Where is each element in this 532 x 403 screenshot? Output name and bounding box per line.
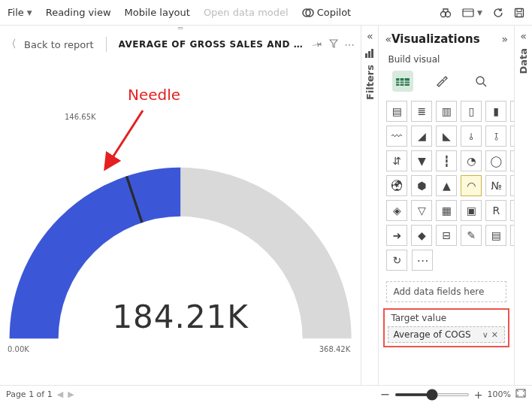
bar-chart-icon — [364, 48, 375, 59]
collapse-viz-icon[interactable]: « — [385, 33, 391, 45]
target-value-field[interactable]: Average of COGS ∨ ✕ — [388, 326, 505, 343]
svg-rect-10 — [365, 53, 367, 58]
data-pane-collapsed[interactable]: « Data — [515, 26, 532, 385]
viz-type-area-stacked[interactable]: ◣ — [436, 126, 457, 147]
visualization-type-grid: ▤≣▥▯▮⫿〰◢◣⫰⫱≋⇵▼┇◔◯▦🌍︎⬢▲◠№▭◈▽▦▣RPy➜◆⊟✎▤✦↻⋯ — [379, 96, 514, 275]
viz-type-line-col2[interactable]: ⫱ — [485, 126, 506, 147]
analytics-tab[interactable] — [470, 71, 491, 92]
app-toolbar: File ▼ Reading view Mobile layout Open d… — [0, 0, 532, 26]
zoom-in-button[interactable]: + — [474, 389, 483, 401]
viz-type-custom[interactable]: ↻ — [386, 250, 407, 271]
file-menu[interactable]: File ▼ — [8, 7, 32, 18]
gauge-visual[interactable]: Needle 146.65K 184.21K 0.00K 368.42K — [0, 57, 361, 385]
view-menu[interactable]: ▼ — [462, 8, 482, 17]
filters-title: Filters — [364, 65, 376, 100]
zoom-value: 100% — [488, 389, 511, 399]
viz-type-scatter[interactable]: ┇ — [436, 150, 457, 171]
annotation-needle-label: Needle — [128, 86, 180, 104]
expand-filters-icon[interactable]: « — [367, 30, 373, 42]
viz-type-bar-clustered[interactable]: ≣ — [411, 101, 432, 122]
more-options-icon[interactable]: ⋯ — [344, 38, 355, 50]
add-data-fields-well[interactable]: Add data fields here — [386, 281, 506, 302]
viz-type-map[interactable]: 🌍︎ — [386, 175, 407, 196]
fit-page-icon[interactable] — [515, 389, 526, 400]
viz-type-pie[interactable]: ◔ — [461, 150, 482, 171]
pin-icon[interactable]: 📌︎ — [310, 36, 326, 52]
mobile-layout-button[interactable]: Mobile layout — [125, 7, 190, 18]
field-menu-chevron-icon[interactable]: ∨ — [481, 330, 490, 340]
target-value-highlight: Target value Average of COGS ∨ ✕ — [383, 308, 509, 347]
chevron-down-icon: ▼ — [477, 9, 482, 17]
viz-type-kpi[interactable]: ◈ — [386, 200, 407, 221]
viz-type-matrix[interactable]: ▣ — [461, 200, 482, 221]
viz-type-bar-stacked[interactable]: ▤ — [386, 101, 407, 122]
viz-type-col-stacked[interactable]: ▯ — [461, 101, 482, 122]
svg-rect-12 — [371, 49, 373, 58]
report-canvas: ═ 〈 Back to report AVERAGE OF GROSS SALE… — [0, 26, 361, 385]
binoculars-icon[interactable] — [440, 7, 452, 19]
viz-type-narrative[interactable]: ✎ — [461, 225, 482, 246]
viz-type-area[interactable]: ◢ — [411, 126, 432, 147]
viz-type-card-num[interactable]: № — [485, 175, 506, 196]
gauge-min-label: 0.00K — [8, 345, 29, 353]
viz-type-arrow[interactable]: ➜ — [386, 225, 407, 246]
gauge-needle-value: 146.65K — [65, 113, 96, 121]
filters-pane-collapsed[interactable]: « Filters — [361, 26, 379, 385]
viz-type-paginated[interactable]: ▤ — [485, 225, 506, 246]
page-next-icon[interactable]: ▶ — [68, 389, 74, 399]
expand-data-icon[interactable]: « — [520, 30, 527, 42]
viz-type-waterfall[interactable]: ⇵ — [386, 150, 407, 171]
copilot-icon — [302, 7, 314, 19]
visual-title: AVERAGE OF GROSS SALES AND AVERAG... — [119, 39, 309, 50]
target-value-text: Average of COGS — [393, 329, 470, 340]
viz-type-line[interactable]: 〰 — [386, 126, 407, 147]
page-prev-icon[interactable]: ◀ — [57, 389, 63, 399]
viz-type-filled-map[interactable]: ⬢ — [411, 175, 432, 196]
viz-type-donut[interactable]: ◯ — [485, 150, 506, 171]
viz-type-slicer[interactable]: ▽ — [411, 200, 432, 221]
refresh-button[interactable] — [493, 8, 503, 18]
svg-rect-13 — [396, 78, 410, 86]
viz-type-r[interactable]: R — [485, 200, 506, 221]
viz-pane-subtitle: Build visual — [379, 53, 514, 71]
viz-pane-title: Visualizations — [391, 32, 501, 46]
viz-more-options[interactable]: ⋯ — [412, 250, 433, 271]
reading-view-button[interactable]: Reading view — [46, 7, 111, 18]
zoom-out-button[interactable]: − — [379, 387, 389, 401]
gauge-center-value: 184.21K — [0, 298, 361, 335]
copilot-label: Copilot — [317, 7, 352, 18]
copilot-button[interactable]: Copilot — [302, 7, 352, 19]
viz-type-bar-100[interactable]: ▥ — [436, 101, 457, 122]
build-visual-tab[interactable] — [392, 71, 413, 92]
back-label: Back to report — [24, 39, 94, 50]
svg-line-19 — [483, 83, 486, 86]
field-remove-icon[interactable]: ✕ — [490, 330, 500, 340]
svg-rect-6 — [515, 8, 524, 17]
format-visual-tab[interactable] — [431, 71, 452, 92]
filter-icon[interactable] — [329, 38, 338, 50]
back-to-report-button[interactable]: 〈 Back to report — [6, 38, 94, 51]
file-menu-label: File — [8, 7, 24, 18]
expand-viz-icon[interactable]: » — [501, 33, 508, 45]
data-title: Data — [518, 48, 529, 74]
page-indicator: Page 1 of 1 — [6, 389, 53, 399]
viz-type-powerapps[interactable]: ◆ — [411, 225, 432, 246]
target-value-label: Target value — [388, 313, 505, 326]
viz-type-gauge[interactable]: ◠ — [461, 175, 482, 196]
divider — [106, 37, 107, 52]
status-bar: Page 1 of 1 ◀ ▶ − + 100% — [0, 385, 532, 403]
back-arrow-icon: 〈 — [6, 38, 17, 51]
svg-rect-8 — [517, 14, 521, 17]
save-button[interactable] — [514, 8, 524, 18]
viz-type-azure-map[interactable]: ▲ — [436, 175, 457, 196]
viz-type-col-clustered[interactable]: ▮ — [485, 101, 506, 122]
gauge-max-label: 368.42K — [319, 345, 351, 353]
viz-type-table[interactable]: ▦ — [436, 200, 457, 221]
viz-type-line-col[interactable]: ⫰ — [461, 126, 482, 147]
svg-point-18 — [476, 77, 484, 84]
viz-type-bullet[interactable]: ⊟ — [436, 225, 457, 246]
zoom-slider[interactable] — [394, 393, 470, 396]
viz-type-funnel[interactable]: ▼ — [411, 150, 432, 171]
svg-rect-11 — [368, 51, 370, 58]
chevron-down-icon: ▼ — [27, 9, 32, 17]
